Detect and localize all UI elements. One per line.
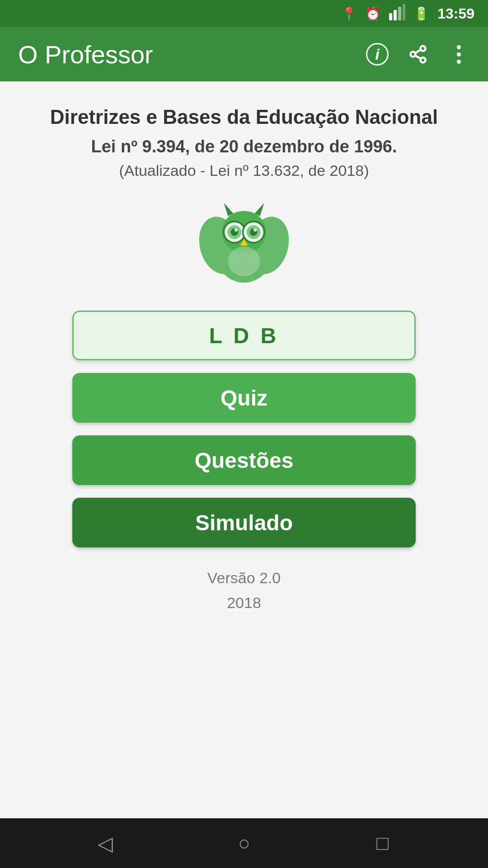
svg-rect-1 [394, 10, 397, 20]
svg-rect-3 [403, 4, 405, 20]
sub-headline: Lei nº 9.394, de 20 dezembro de 1996. [91, 137, 397, 156]
app-title: O Professor [18, 40, 366, 69]
back-button[interactable]: ◁ [87, 825, 123, 861]
alarm-icon: ⏰ [365, 6, 381, 21]
year-text: 2018 [207, 590, 281, 615]
svg-point-21 [235, 228, 238, 231]
home-button[interactable]: ○ [226, 825, 262, 861]
main-headline: Diretrizes e Bases da Educação Nacional [50, 104, 438, 130]
app-bar-actions: i [366, 43, 470, 66]
version-info: Versão 2.0 2018 [207, 566, 281, 615]
app-bar: O Professor i [0, 27, 488, 81]
simulado-button[interactable]: Simulado [72, 498, 416, 547]
questoes-button[interactable]: Questões [72, 435, 416, 485]
ldb-button[interactable]: L D B [72, 311, 416, 360]
svg-marker-13 [224, 203, 233, 216]
svg-line-8 [415, 50, 421, 53]
more-options-button[interactable] [447, 43, 470, 66]
sub-sub-headline: (Atualizado - Lei nº 13.632, de 2018) [119, 162, 369, 179]
main-content: Diretrizes e Bases da Educação Nacional … [0, 81, 488, 818]
owl-logo [190, 198, 298, 288]
battery-icon: 🔋 [413, 6, 429, 21]
svg-line-7 [415, 56, 421, 59]
svg-marker-14 [255, 203, 264, 216]
share-button[interactable] [407, 43, 429, 66]
svg-rect-0 [389, 13, 392, 20]
location-icon: 📍 [341, 6, 357, 21]
status-icons: 📍 ⏰ 🔋 13:59 [341, 4, 474, 24]
recents-button[interactable]: □ [365, 825, 401, 861]
svg-point-24 [228, 246, 260, 276]
quiz-button[interactable]: Quiz [72, 373, 416, 423]
nav-bar: ◁ ○ □ [0, 818, 488, 868]
status-bar: 📍 ⏰ 🔋 13:59 [0, 0, 488, 27]
time-display: 13:59 [437, 5, 474, 22]
info-button[interactable]: i [366, 43, 389, 66]
svg-rect-2 [398, 7, 401, 20]
signal-icon [389, 4, 405, 24]
version-text: Versão 2.0 [207, 566, 281, 590]
svg-point-22 [253, 228, 257, 231]
